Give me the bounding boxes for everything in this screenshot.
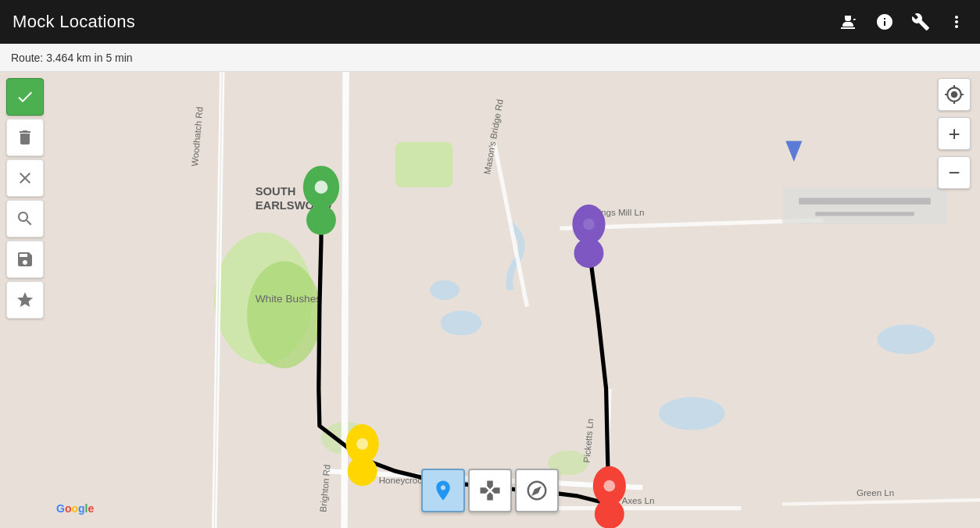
- route-bar: Route: 3.464 km in 5 min: [0, 44, 980, 72]
- clear-button[interactable]: [6, 159, 44, 197]
- location-mode-button[interactable]: [421, 469, 465, 512]
- svg-line-12: [344, 72, 345, 528]
- check-button[interactable]: [6, 78, 44, 116]
- svg-text:Axes Ln: Axes Ln: [622, 496, 655, 505]
- map-area[interactable]: Woodhatch Rd Brighton Rd Mason's Bridge …: [0, 72, 980, 528]
- svg-rect-28: [799, 198, 931, 204]
- svg-point-6: [430, 280, 460, 300]
- svg-rect-3: [395, 142, 453, 187]
- map-background: Woodhatch Rd Brighton Rd Mason's Bridge …: [0, 72, 980, 528]
- svg-point-46: [603, 480, 615, 492]
- coffee-icon[interactable]: [838, 11, 860, 33]
- left-toolbar: [0, 72, 50, 528]
- google-logo: Google: [56, 500, 105, 516]
- svg-text:Green Ln: Green Ln: [857, 488, 894, 498]
- locate-button[interactable]: [938, 78, 971, 111]
- svg-text:White Bushes: White Bushes: [256, 293, 322, 305]
- info-icon[interactable]: [874, 11, 896, 33]
- route-info: Route: 3.464 km in 5 min: [11, 52, 133, 64]
- save-button[interactable]: [6, 241, 44, 278]
- bottom-toolbar: [421, 469, 559, 512]
- svg-text:Google: Google: [56, 502, 94, 515]
- right-controls: + −: [938, 78, 971, 189]
- gamepad-button[interactable]: [468, 469, 512, 512]
- delete-button[interactable]: [6, 119, 44, 156]
- zoom-in-button[interactable]: +: [938, 117, 971, 150]
- svg-point-40: [583, 219, 595, 230]
- search-button[interactable]: [6, 200, 44, 237]
- svg-point-7: [441, 311, 482, 336]
- svg-point-9: [877, 325, 935, 355]
- compass-button[interactable]: [515, 469, 559, 512]
- app-header: Mock Locations: [0, 0, 980, 44]
- svg-point-37: [315, 180, 328, 194]
- svg-text:SOUTH: SOUTH: [256, 185, 296, 198]
- favorite-button[interactable]: [6, 281, 44, 319]
- wrench-icon[interactable]: [910, 11, 932, 33]
- app-title: Mock Locations: [13, 12, 135, 32]
- svg-rect-27: [782, 187, 947, 224]
- svg-point-2: [247, 261, 321, 368]
- svg-point-43: [356, 438, 368, 450]
- zoom-out-button[interactable]: −: [938, 156, 971, 189]
- header-icons-group: [838, 11, 967, 33]
- svg-point-8: [659, 397, 724, 430]
- more-icon[interactable]: [946, 11, 967, 33]
- svg-rect-29: [815, 212, 914, 216]
